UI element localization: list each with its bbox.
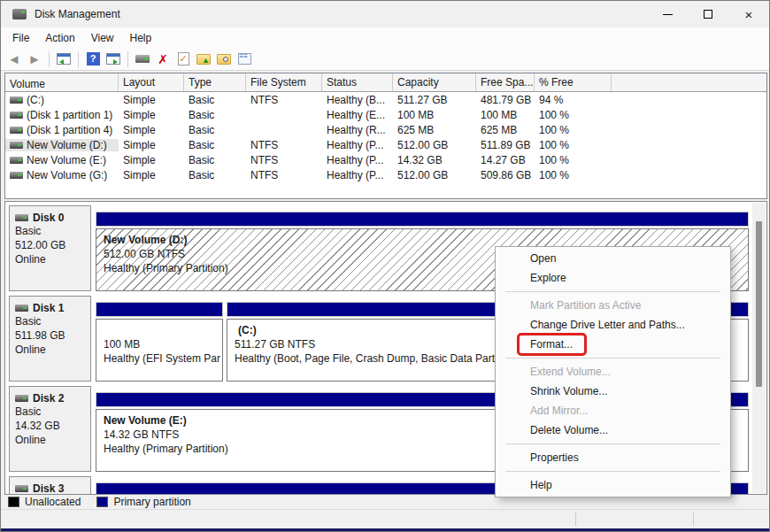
- menu-explore[interactable]: Explore: [496, 268, 730, 288]
- menu-help[interactable]: Help: [496, 475, 730, 495]
- menu-separator: [505, 443, 720, 444]
- disk1-panel[interactable]: Disk 1 Basic 511.98 GB Online: [9, 296, 91, 382]
- disk-icon: [15, 485, 28, 492]
- menu-format[interactable]: Format...: [496, 335, 730, 354]
- minimize-button[interactable]: [647, 1, 688, 27]
- disk3-panel[interactable]: Disk 3: [9, 476, 91, 495]
- disk-icon: [15, 214, 28, 221]
- menu-separator: [505, 358, 720, 359]
- maximize-icon: [704, 10, 712, 19]
- table-row[interactable]: (C:) Simple Basic NTFS Healthy (B... 511…: [5, 92, 766, 107]
- minimize-icon: [663, 14, 673, 15]
- volume-icon: [10, 157, 23, 164]
- menu-view[interactable]: View: [83, 29, 122, 47]
- disk1-kind: Basic: [15, 314, 85, 328]
- statusbar-divider: [693, 513, 694, 526]
- volume-icon: [10, 96, 23, 104]
- disk1-size: 511.98 GB: [15, 328, 85, 343]
- action-pane-icon[interactable]: [104, 50, 122, 68]
- col-layout[interactable]: Layout: [119, 73, 184, 91]
- disk1-status: Online: [15, 343, 85, 357]
- table-row[interactable]: (Disk 1 partition 4) Simple Basic Health…: [5, 122, 766, 137]
- toolbar-separator: [49, 51, 50, 67]
- back-icon[interactable]: ◄: [5, 50, 23, 68]
- menu-separator: [505, 291, 720, 292]
- menu-delete-volume[interactable]: Delete Volume...: [496, 420, 730, 440]
- check-document-icon[interactable]: ✓: [174, 50, 192, 68]
- disk0-panel[interactable]: Disk 0 Basic 512.00 GB Online: [9, 205, 91, 291]
- disk-icon: [15, 395, 28, 402]
- menu-bar: File Action View Help: [1, 27, 769, 48]
- disk2-status: Online: [15, 433, 85, 447]
- col-pct-free[interactable]: % Free: [535, 73, 612, 91]
- table-row[interactable]: New Volume (G:) Simple Basic NTFS Health…: [5, 167, 766, 182]
- help-icon[interactable]: ?: [84, 50, 102, 68]
- maximize-button[interactable]: [688, 1, 728, 27]
- disk0-status: Online: [15, 252, 85, 266]
- partition-efi[interactable]: 100 MB Healthy (EFI System Par: [96, 302, 223, 382]
- menu-file[interactable]: File: [4, 29, 37, 47]
- vertical-scrollbar[interactable]: [752, 203, 766, 493]
- disk2-panel[interactable]: Disk 2 Basic 14.32 GB Online: [9, 386, 91, 472]
- window-bottom-edge: [1, 528, 769, 532]
- disk0-size: 512.00 GB: [15, 238, 85, 252]
- status-bar: [1, 509, 769, 528]
- table-row-selected[interactable]: New Volume (D:) Simple Basic NTFS Health…: [5, 137, 766, 152]
- close-button[interactable]: ×: [728, 1, 769, 27]
- col-status[interactable]: Status: [322, 73, 393, 91]
- unallocated-swatch: [8, 497, 19, 507]
- menu-shrink-volume[interactable]: Shrink Volume...: [496, 382, 730, 401]
- volume-icon: [10, 112, 23, 119]
- disk-icon: [15, 305, 28, 312]
- menu-help[interactable]: Help: [122, 29, 160, 47]
- volume-icon: [10, 172, 23, 179]
- close-icon: ×: [745, 8, 753, 21]
- open-folder-icon[interactable]: ▲: [195, 50, 212, 68]
- window-title: Disk Management: [35, 8, 120, 20]
- table-row[interactable]: New Volume (E:) Simple Basic NTFS Health…: [5, 152, 766, 167]
- rescan-device-icon[interactable]: [134, 50, 151, 68]
- disk2-kind: Basic: [15, 405, 85, 419]
- toolbar-separator: [78, 51, 79, 67]
- volume-list-pane: Volume Layout Type File System Status Ca…: [4, 73, 767, 199]
- properties-list-icon[interactable]: ≡≡: [235, 50, 253, 68]
- statusbar-divider: [575, 513, 576, 526]
- disk0-kind: Basic: [15, 224, 85, 238]
- scrollbar-thumb[interactable]: [756, 221, 762, 387]
- volume-icon: [10, 127, 23, 134]
- legend-primary-partition: Primary partition: [113, 496, 190, 508]
- menu-action[interactable]: Action: [37, 29, 82, 47]
- col-filler: [612, 73, 766, 91]
- app-disk-icon: [12, 9, 27, 19]
- primary-partition-band: [96, 302, 223, 317]
- title-bar: Disk Management ×: [1, 1, 769, 27]
- volume-table-header: Volume Layout Type File System Status Ca…: [5, 73, 766, 92]
- menu-separator: [505, 471, 720, 472]
- menu-open[interactable]: Open: [496, 249, 730, 268]
- menu-properties[interactable]: Properties: [496, 448, 730, 467]
- menu-extend-volume: Extend Volume...: [496, 362, 730, 382]
- toolbar: ◄ ► ? ✗ ✓ ▲ ≡≡: [1, 48, 769, 71]
- menu-change-drive-letter[interactable]: Change Drive Letter and Paths...: [496, 315, 730, 335]
- disk2-size: 14.32 GB: [15, 419, 85, 433]
- console-tree-icon[interactable]: [55, 50, 73, 68]
- forward-icon[interactable]: ►: [26, 50, 43, 68]
- partition-context-menu: Open Explore Mark Partition as Active Ch…: [495, 246, 731, 497]
- col-type[interactable]: Type: [184, 73, 246, 91]
- explore-folder-icon[interactable]: [215, 50, 233, 68]
- col-capacity[interactable]: Capacity: [393, 73, 476, 91]
- menu-mark-partition-active: Mark Partition as Active: [496, 296, 730, 315]
- delete-icon[interactable]: ✗: [154, 50, 172, 68]
- primary-partition-band: [96, 212, 749, 227]
- disk-management-window: Disk Management × File Action View Help …: [0, 0, 770, 532]
- menu-add-mirror: Add Mirror...: [496, 401, 730, 420]
- toolbar-separator: [127, 51, 128, 67]
- table-row[interactable]: (Disk 1 partition 1) Simple Basic Health…: [5, 107, 766, 122]
- col-free-space[interactable]: Free Spa...: [476, 73, 535, 91]
- col-volume[interactable]: Volume: [5, 73, 119, 91]
- volume-icon: [10, 142, 23, 149]
- col-file-system[interactable]: File System: [246, 73, 322, 91]
- primary-partition-swatch: [96, 497, 108, 507]
- legend-unallocated: Unallocated: [25, 496, 81, 508]
